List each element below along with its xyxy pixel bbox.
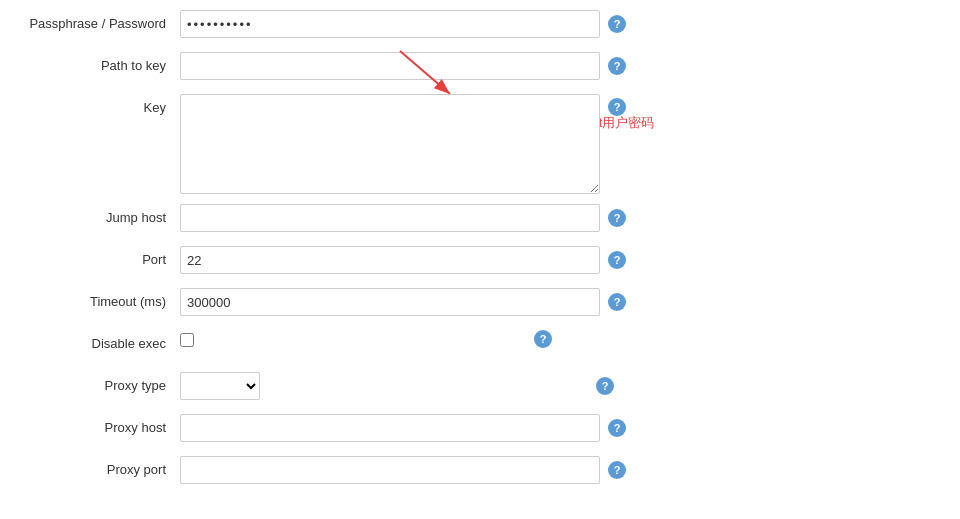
- path-to-key-label: Path to key: [20, 52, 180, 73]
- proxy-type-row: Proxy type Proxy ?: [20, 372, 940, 404]
- proxy-host-row: Proxy host ?: [20, 414, 940, 446]
- path-to-key-row: Path to key ? 发布项目远程服务器的root用户密码: [20, 52, 940, 84]
- passphrase-input[interactable]: [180, 10, 600, 38]
- jump-host-row: Jump host ?: [20, 204, 940, 236]
- path-to-key-input-wrap: ?: [180, 52, 940, 80]
- key-label: Key: [20, 94, 180, 115]
- passphrase-input-wrap: ?: [180, 10, 940, 38]
- proxy-type-input-wrap: Proxy ?: [180, 372, 940, 400]
- proxy-host-help-icon[interactable]: ?: [608, 419, 626, 437]
- port-input-wrap: ?: [180, 246, 940, 274]
- disable-exec-row: Disable exec ?: [20, 330, 940, 362]
- form-container: Passphrase / Password ? Path to key ? 发: [0, 0, 960, 508]
- proxy-port-help-icon[interactable]: ?: [608, 461, 626, 479]
- timeout-help-icon[interactable]: ?: [608, 293, 626, 311]
- key-input-wrap: ?: [180, 94, 940, 194]
- proxy-port-row: Proxy port ?: [20, 456, 940, 488]
- path-to-key-help-icon[interactable]: ?: [608, 57, 626, 75]
- proxy-port-input[interactable]: [180, 456, 600, 484]
- proxy-type-label: Proxy type: [20, 372, 180, 393]
- disable-exec-label: Disable exec: [20, 330, 180, 351]
- jump-host-input[interactable]: [180, 204, 600, 232]
- passphrase-label: Passphrase / Password: [20, 10, 180, 31]
- port-row: Port ?: [20, 246, 940, 278]
- proxy-type-help-icon[interactable]: ?: [596, 377, 614, 395]
- disable-exec-help-icon[interactable]: ?: [534, 330, 552, 348]
- timeout-input-wrap: ?: [180, 288, 940, 316]
- port-input[interactable]: [180, 246, 600, 274]
- timeout-input[interactable]: [180, 288, 600, 316]
- disable-exec-input-wrap: ?: [180, 330, 940, 348]
- proxy-host-label: Proxy host: [20, 414, 180, 435]
- passphrase-row: Passphrase / Password ?: [20, 10, 940, 42]
- key-row: Key ?: [20, 94, 940, 194]
- proxy-host-input[interactable]: [180, 414, 600, 442]
- timeout-label: Timeout (ms): [20, 288, 180, 309]
- jump-host-label: Jump host: [20, 204, 180, 225]
- jump-host-input-wrap: ?: [180, 204, 940, 232]
- timeout-row: Timeout (ms) ?: [20, 288, 940, 320]
- proxy-type-select[interactable]: Proxy: [180, 372, 260, 400]
- port-help-icon[interactable]: ?: [608, 251, 626, 269]
- key-help-icon[interactable]: ?: [608, 98, 626, 116]
- key-textarea[interactable]: [180, 94, 600, 194]
- port-label: Port: [20, 246, 180, 267]
- disable-exec-checkbox[interactable]: [180, 333, 194, 347]
- proxy-host-input-wrap: ?: [180, 414, 940, 442]
- proxy-port-input-wrap: ?: [180, 456, 940, 484]
- passphrase-help-icon[interactable]: ?: [608, 15, 626, 33]
- jump-host-help-icon[interactable]: ?: [608, 209, 626, 227]
- path-to-key-input[interactable]: [180, 52, 600, 80]
- proxy-port-label: Proxy port: [20, 456, 180, 477]
